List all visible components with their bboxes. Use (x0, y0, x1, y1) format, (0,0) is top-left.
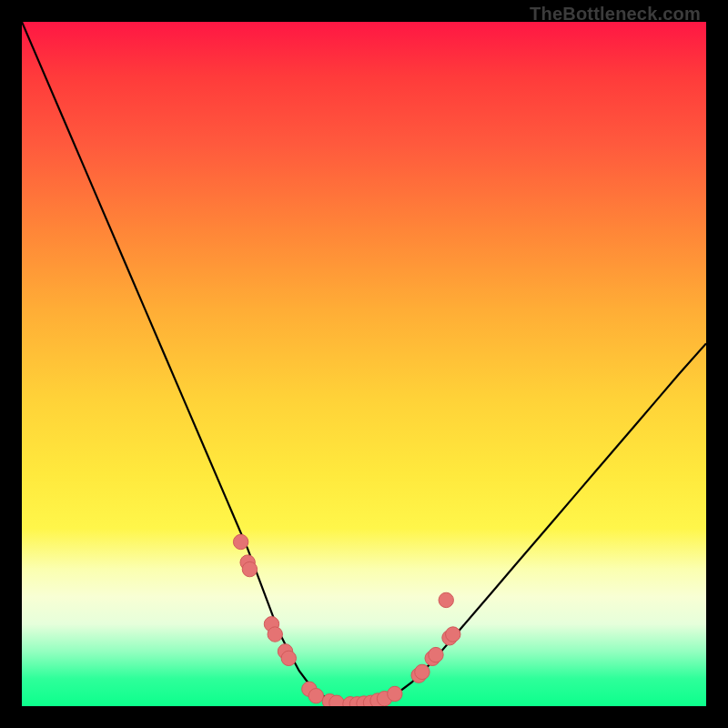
marker-point (446, 627, 460, 642)
marker-point (329, 695, 344, 706)
chart-svg (22, 22, 706, 706)
marker-point (415, 664, 430, 679)
marker-point (429, 647, 443, 662)
marker-point (233, 534, 248, 549)
watermark-text: TheBottleneck.com (530, 4, 701, 25)
marker-point (308, 689, 323, 703)
marker-group (233, 534, 460, 706)
marker-point (281, 651, 296, 665)
marker-point (388, 686, 402, 701)
bottleneck-curve (22, 22, 706, 705)
marker-point (242, 561, 257, 576)
marker-point (439, 592, 453, 607)
marker-point (268, 627, 282, 642)
chart-plot-area (22, 22, 706, 706)
